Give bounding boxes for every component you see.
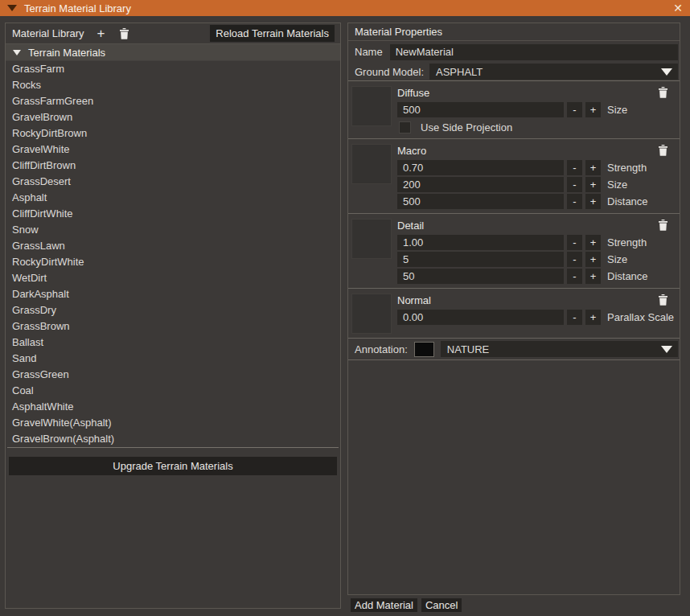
texture-section-body: Detail - + Strength - + Size - + Distanc…	[397, 217, 678, 284]
list-item[interactable]: GrassFarm	[6, 61, 340, 77]
annotation-value: NATURE	[447, 343, 489, 355]
field-row: - + Strength	[397, 160, 678, 175]
annotation-label: Annotation:	[355, 343, 408, 355]
list-item[interactable]: WetDirt	[6, 270, 340, 286]
delete-material-icon[interactable]	[120, 28, 129, 39]
add-material-button[interactable]: Add Material	[351, 598, 417, 612]
decrement-button[interactable]: -	[567, 252, 582, 267]
list-item[interactable]: GravelWhite	[6, 142, 340, 158]
texture-section-head: Detail	[397, 217, 678, 233]
annotation-dropdown[interactable]: NATURE	[441, 341, 678, 357]
ground-model-row: Ground Model: ASPHALT	[348, 63, 680, 81]
titlebar[interactable]: Terrain Material Library ✕	[0, 0, 690, 16]
reload-terrain-materials-button[interactable]: Reload Terrain Materials	[210, 25, 335, 42]
value-input[interactable]	[397, 310, 564, 325]
dialog-actions: Add Material Cancel	[351, 598, 462, 612]
field-row: - + Parallax Scale	[397, 310, 678, 325]
ground-model-label: Ground Model:	[355, 66, 424, 78]
field-row: - + Distance	[397, 269, 678, 284]
decrement-button[interactable]: -	[567, 177, 582, 192]
chevron-down-icon	[661, 68, 672, 76]
list-item[interactable]: AsphaltWhite	[6, 399, 340, 415]
list-item[interactable]: DarkAsphalt	[6, 286, 340, 302]
list-item[interactable]: GrassDry	[6, 302, 340, 318]
add-material-icon[interactable]: +	[97, 27, 105, 40]
list-item[interactable]: GrassFarmGreen	[6, 93, 340, 109]
delete-texture-icon[interactable]	[659, 145, 667, 156]
section-title: Diffuse	[397, 87, 429, 99]
value-input[interactable]	[397, 177, 564, 192]
list-item[interactable]: RockyDirtBrown	[6, 125, 340, 142]
value-input[interactable]	[397, 160, 564, 175]
list-item[interactable]: Ballast	[6, 335, 340, 351]
decrement-button[interactable]: -	[567, 194, 582, 209]
texture-thumbnail[interactable]	[351, 144, 392, 184]
cancel-button[interactable]: Cancel	[421, 598, 462, 612]
field-label: Strength	[607, 162, 678, 174]
increment-button[interactable]: +	[585, 177, 601, 192]
field-row: - + Size	[397, 102, 678, 117]
delete-texture-icon[interactable]	[659, 294, 667, 306]
texture-thumbnail[interactable]	[351, 294, 392, 334]
list-item[interactable]: GrassBrown	[6, 318, 340, 335]
name-label: Name	[355, 46, 383, 58]
tree-root-terrain-materials[interactable]: Terrain Materials	[6, 44, 340, 61]
texture-thumbnail[interactable]	[351, 86, 392, 126]
value-input[interactable]	[397, 235, 564, 250]
list-item[interactable]: GravelWhite(Asphalt)	[6, 415, 340, 431]
list-item[interactable]: GrassLawn	[6, 238, 340, 254]
tree-root-label: Terrain Materials	[28, 47, 105, 59]
increment-button[interactable]: +	[585, 269, 601, 284]
texture-section-head: Normal	[397, 292, 678, 308]
section-title: Normal	[397, 294, 431, 306]
list-item[interactable]: RockyDirtWhite	[6, 254, 340, 270]
value-input[interactable]	[397, 194, 564, 209]
ground-model-value: ASPHALT	[436, 66, 483, 78]
list-item[interactable]: GrassGreen	[6, 367, 340, 383]
list-item[interactable]: GrassDesert	[6, 174, 340, 190]
field-label: Size	[607, 179, 678, 191]
annotation-color-swatch[interactable]	[414, 342, 434, 357]
increment-button[interactable]: +	[585, 160, 601, 175]
decrement-button[interactable]: -	[567, 310, 582, 325]
list-item[interactable]: GravelBrown(Asphalt)	[6, 431, 340, 447]
list-item[interactable]: Sand	[6, 351, 340, 367]
list-item[interactable]: Asphalt	[6, 190, 340, 206]
increment-button[interactable]: +	[585, 102, 601, 117]
list-item[interactable]: Coal	[6, 383, 340, 399]
upgrade-terrain-materials-button[interactable]: Upgrade Terrain Materials	[9, 457, 337, 475]
terrain-material-library-window: Terrain Material Library ✕ Material Libr…	[0, 0, 690, 616]
field-label: Distance	[607, 270, 678, 282]
delete-texture-icon[interactable]	[659, 220, 667, 231]
increment-button[interactable]: +	[585, 252, 601, 267]
list-item[interactable]: Snow	[6, 222, 340, 238]
list-item[interactable]: CliffDirtWhite	[6, 206, 340, 222]
increment-button[interactable]: +	[585, 194, 601, 209]
texture-section-head: Macro	[397, 142, 678, 158]
section-title: Detail	[397, 220, 424, 232]
list-item[interactable]: GravelBrown	[6, 109, 340, 125]
ground-model-dropdown[interactable]: ASPHALT	[429, 64, 678, 80]
increment-button[interactable]: +	[585, 235, 601, 250]
close-icon[interactable]: ✕	[673, 0, 683, 16]
list-item[interactable]: CliffDirtBrown	[6, 158, 340, 174]
value-input[interactable]	[397, 252, 564, 267]
list-item[interactable]: Rocks	[6, 77, 340, 93]
checkbox-row: Use Side Projection	[397, 120, 678, 134]
increment-button[interactable]: +	[585, 310, 601, 325]
value-input[interactable]	[397, 269, 564, 284]
field-row: - + Size	[397, 252, 678, 267]
decrement-button[interactable]: -	[567, 160, 582, 175]
delete-texture-icon[interactable]	[659, 87, 667, 98]
name-row: Name	[348, 41, 680, 63]
name-input[interactable]	[390, 44, 678, 60]
value-input[interactable]	[397, 102, 564, 117]
decrement-button[interactable]: -	[567, 102, 582, 117]
texture-section: Detail - + Strength - + Size - + Distanc…	[348, 214, 680, 289]
texture-sections: Diffuse - + Size Use Side Projection Mac…	[348, 81, 680, 339]
texture-section-rows: - + Strength - + Size - + Distance	[397, 160, 678, 209]
use-side-projection-checkbox[interactable]	[399, 121, 411, 133]
texture-thumbnail[interactable]	[351, 219, 392, 259]
decrement-button[interactable]: -	[567, 269, 582, 284]
decrement-button[interactable]: -	[567, 235, 582, 250]
